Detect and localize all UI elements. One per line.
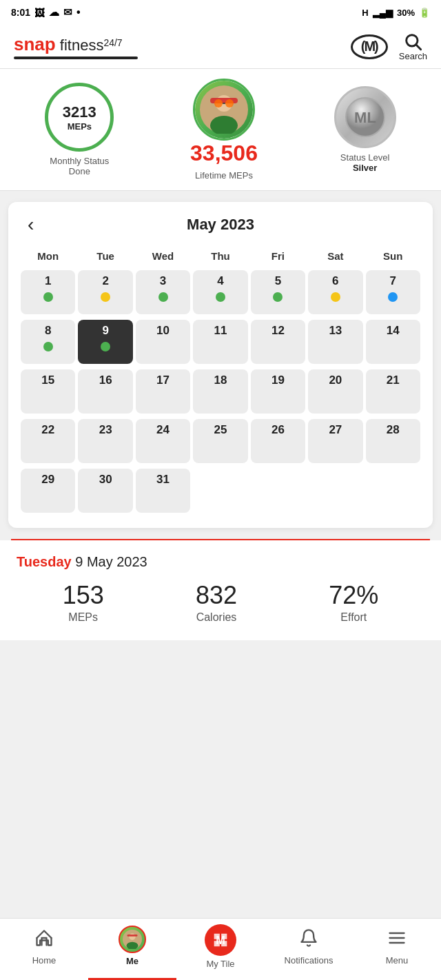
cal-day-24[interactable]: 24 (136, 419, 190, 463)
cal-day-14[interactable]: 14 (366, 320, 420, 364)
cal-day-28[interactable]: 28 (366, 419, 420, 463)
nav-notifications[interactable]: Notifications (265, 919, 353, 980)
calendar-title: May 2023 (187, 216, 254, 234)
day-detail-stats: 153 MEPs 832 Calories 72% Effort (17, 581, 424, 624)
cal-day-21[interactable]: 21 (366, 369, 420, 414)
cal-header-sat: Sat (307, 247, 364, 265)
cal-day-30[interactable]: 30 (78, 469, 132, 513)
mep-unit: MEPs (68, 121, 92, 132)
lifetime-meps-label: Lifetime MEPs (195, 170, 253, 181)
calendar-nav: ‹ May 2023 (19, 216, 422, 234)
dot-day-4 (216, 292, 225, 302)
detail-meps-value: 153 (63, 581, 104, 610)
cal-day-8[interactable]: 8 (21, 320, 75, 364)
cal-day-23[interactable]: 23 (78, 419, 132, 463)
mytile-button[interactable]: M (205, 924, 236, 956)
logo-fitness: fitness (56, 37, 104, 54)
nav-profile-avatar (119, 926, 146, 953)
nav-home[interactable]: Home (0, 919, 88, 980)
cal-day-13[interactable]: 13 (308, 320, 362, 364)
dot-day-3 (158, 292, 168, 302)
cal-header-wed: Wed (134, 247, 192, 265)
cal-day-15[interactable]: 15 (21, 369, 75, 414)
home-icon (34, 928, 54, 952)
cal-day-17[interactable]: 17 (136, 369, 190, 414)
stats-banner: 3213 MEPs Monthly Status Done (0, 69, 441, 191)
app-header: snap fitness24/7 (M) Search (0, 25, 441, 69)
status-time: 8:01 (11, 7, 30, 18)
svg-rect-14 (127, 935, 138, 937)
dot-day-1 (43, 292, 53, 302)
cal-day-3[interactable]: 3 (136, 270, 190, 314)
cal-day-26[interactable]: 26 (251, 419, 305, 463)
silver-badge: ML (334, 86, 396, 148)
svg-text:ML: ML (354, 109, 376, 126)
cal-day-18[interactable]: 18 (193, 369, 247, 414)
svg-text:M: M (216, 934, 225, 946)
cal-day-31[interactable]: 31 (136, 469, 190, 513)
status-right: H ▂▄▆ 30% 🔋 (362, 8, 430, 18)
monthly-meps-stat: 3213 MEPs Monthly Status Done (45, 83, 114, 176)
detail-day-name: Tuesday (17, 554, 72, 569)
search-button[interactable]: Search (399, 32, 427, 61)
dot-day-7 (388, 292, 398, 302)
lifetime-meps-stat: 33,506 Lifetime MEPs (190, 79, 258, 181)
cal-header-tue: Tue (76, 247, 134, 265)
lifetime-meps-value: 33,506 (190, 141, 258, 166)
battery-icon: 🔋 (419, 8, 430, 18)
nav-mytile[interactable]: M My Tile (176, 919, 265, 980)
nav-menu[interactable]: Menu (353, 919, 441, 980)
header-right: (M) Search (351, 32, 427, 61)
logo-247: 24/7 (103, 37, 122, 48)
cal-day-5[interactable]: 5 (251, 270, 305, 314)
calendar-week-5: 29 30 31 (19, 467, 422, 514)
nav-me-label: Me (126, 956, 139, 966)
svg-point-7 (225, 99, 234, 108)
cal-day-16[interactable]: 16 (78, 369, 132, 414)
cal-day-25[interactable]: 25 (193, 419, 247, 463)
calendar-week-3: 15 16 17 18 19 20 21 (19, 368, 422, 415)
calendar-back-button[interactable]: ‹ (19, 211, 42, 238)
detail-effort-value: 72% (329, 581, 378, 610)
detail-effort-label: Effort (340, 611, 367, 624)
cal-day-27[interactable]: 27 (308, 419, 362, 463)
logo-underline (14, 57, 138, 59)
cal-day-2[interactable]: 2 (78, 270, 132, 314)
photo-icon: 🖼 (34, 7, 45, 19)
detail-meps-label: MEPs (68, 611, 98, 624)
dot-day-5 (273, 292, 283, 302)
battery-percent: 30% (397, 8, 415, 18)
cal-day-6[interactable]: 6 (308, 270, 362, 314)
bottom-nav: Home Me M My Tile (0, 918, 441, 980)
day-detail: Tuesday 9 May 2023 153 MEPs 832 Calories… (0, 540, 441, 640)
search-icon (403, 32, 422, 51)
status-level-label: Status Level Silver (340, 152, 390, 173)
logo-snap: snap (14, 34, 56, 54)
nav-avatar-svg (123, 930, 142, 949)
cal-day-empty-2 (251, 469, 305, 513)
cal-day-10[interactable]: 10 (136, 320, 190, 364)
cal-day-4[interactable]: 4 (193, 270, 247, 314)
status-bar: 8:01 🖼 ☁ ✉ • H ▂▄▆ 30% 🔋 (0, 0, 441, 25)
calendar-week-1: 1 2 3 4 5 6 7 (19, 269, 422, 316)
search-label: Search (399, 51, 427, 61)
calendar-card: ‹ May 2023 Mon Tue Wed Thu Fri Sat Sun 1… (8, 202, 433, 528)
cal-day-9[interactable]: 9 (78, 320, 132, 364)
cal-day-12[interactable]: 12 (251, 320, 305, 364)
cal-day-1[interactable]: 1 (21, 270, 75, 314)
nav-menu-label: Menu (386, 955, 409, 966)
hamburger-icon (387, 928, 407, 952)
dot-day-2 (101, 292, 110, 302)
nav-me[interactable]: Me (88, 919, 176, 980)
profile-photo (195, 81, 253, 139)
cal-day-29[interactable]: 29 (21, 469, 75, 513)
myzone-badge: (M) (351, 34, 388, 59)
cal-day-11[interactable]: 11 (193, 320, 247, 364)
cal-day-19[interactable]: 19 (251, 369, 305, 414)
cal-header-sun: Sun (365, 247, 422, 265)
mytile-icon: M (211, 930, 230, 950)
nav-notifications-label: Notifications (285, 955, 334, 966)
cal-day-20[interactable]: 20 (308, 369, 362, 414)
cal-day-7[interactable]: 7 (366, 270, 420, 314)
cal-day-22[interactable]: 22 (21, 419, 75, 463)
